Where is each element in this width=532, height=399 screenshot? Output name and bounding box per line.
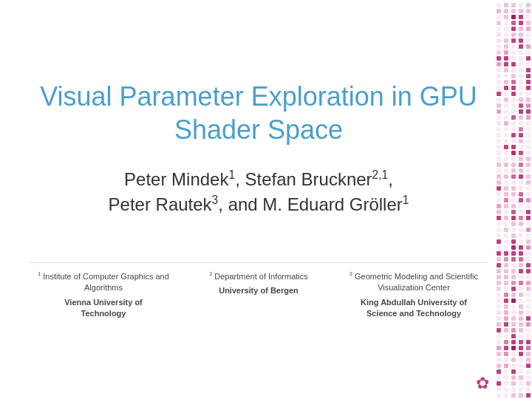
affiliation-2: 2 Department of Informatics University o… — [185, 270, 332, 296]
slide: Visual Parameter Exploration in GPU Shad… — [0, 0, 532, 399]
affiliation-2-institution: University of Bergen — [185, 285, 332, 296]
authors: Peter Mindek1, Stefan Bruckner2,1, Peter… — [40, 167, 477, 219]
bottom-logo-icon: ✿ — [476, 374, 489, 393]
title-section: Visual Parameter Exploration in GPU Shad… — [40, 80, 477, 219]
authors-line2: Peter Rautek3, and M. Eduard Gröller1 — [40, 192, 477, 218]
dot-pattern-decoration — [494, 0, 532, 399]
affiliation-3-number: 3 Geometric Modeling and Scientific Visu… — [349, 272, 478, 292]
affiliation-3: 3 Geometric Modeling and Scientific Visu… — [340, 270, 488, 319]
authors-line1: Peter Mindek1, Stefan Bruckner2,1, — [40, 167, 477, 193]
affiliation-3-institution: King Abdullah University ofScience and T… — [340, 297, 488, 320]
title-line2: Shader Space — [174, 115, 343, 145]
affiliations: 1 Institute of Computer Graphics and Alg… — [30, 262, 488, 319]
title-line1: Visual Parameter Exploration in GPU — [40, 81, 477, 112]
affiliation-1-institution: Vienna University ofTechnology — [30, 297, 177, 320]
affiliation-1: 1 Institute of Computer Graphics and Alg… — [30, 270, 177, 319]
affiliation-2-number: 2 Department of Informatics — [209, 272, 308, 281]
affiliation-1-number: 1 Institute of Computer Graphics and Alg… — [38, 272, 169, 292]
main-title: Visual Parameter Exploration in GPU Shad… — [40, 80, 477, 146]
